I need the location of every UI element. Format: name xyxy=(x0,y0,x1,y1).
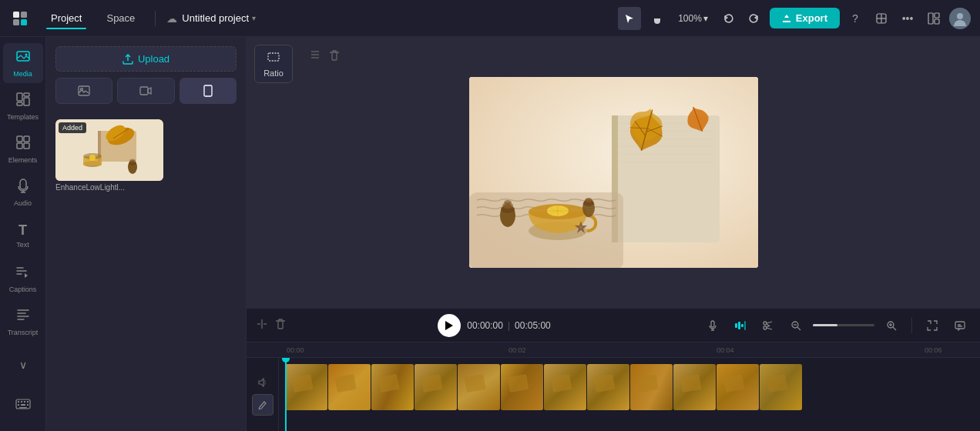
svg-rect-92 xyxy=(744,321,746,330)
sidebar-item-audio[interactable]: Audio xyxy=(3,172,43,212)
track-edit-button[interactable] xyxy=(252,394,274,416)
clip-frame-5[interactable] xyxy=(458,364,500,410)
topbar: Project Space ☁ Untitled project ▾ 100% … xyxy=(0,0,980,37)
media-icon xyxy=(15,48,31,68)
keyboard-icon xyxy=(15,397,31,413)
svg-rect-27 xyxy=(18,404,19,406)
svg-point-85 xyxy=(579,226,582,229)
elements-icon xyxy=(15,135,31,154)
clip-frame-2[interactable] xyxy=(328,364,371,410)
delete-timeline-icon[interactable] xyxy=(274,318,287,332)
ruler-mark-3: 00:06 xyxy=(925,346,942,354)
timeline-playhead[interactable] xyxy=(285,358,287,431)
clip-frame-10[interactable] xyxy=(673,364,716,410)
svg-point-80 xyxy=(504,200,512,205)
sidebar-item-captions[interactable]: Captions xyxy=(3,259,43,299)
sidebar-item-media[interactable]: Media xyxy=(3,43,43,83)
ruler-mark-0: 00:00 xyxy=(287,346,304,354)
svg-point-45 xyxy=(89,155,96,161)
video-clip-strip xyxy=(285,364,802,410)
media-type-video-btn[interactable] xyxy=(117,78,174,104)
user-avatar[interactable] xyxy=(949,8,971,29)
video-preview xyxy=(469,77,758,268)
svg-rect-19 xyxy=(24,136,29,142)
project-dropdown-chevron[interactable]: ▾ xyxy=(252,14,256,22)
sidebar-item-elements[interactable]: Elements xyxy=(3,129,43,169)
zoom-control[interactable]: 100% ▾ xyxy=(673,10,713,27)
zoom-slider[interactable] xyxy=(813,324,874,326)
svg-point-11 xyxy=(957,13,963,19)
media-type-portrait-btn[interactable] xyxy=(180,78,237,104)
more-options-button[interactable]: ••• xyxy=(897,8,918,29)
svg-rect-3 xyxy=(21,19,27,25)
svg-rect-17 xyxy=(17,102,22,105)
upload-button[interactable]: Upload xyxy=(55,46,237,72)
sidebar-item-transcript[interactable]: Transcript xyxy=(3,302,43,342)
effects-button[interactable] xyxy=(730,315,751,336)
sidebar-keyboard-button[interactable] xyxy=(3,385,43,425)
topbar-controls: 100% ▾ Export ? xyxy=(618,7,971,30)
svg-rect-25 xyxy=(24,401,25,403)
delete-button[interactable] xyxy=(328,49,341,64)
tab-project[interactable]: Project xyxy=(40,8,92,28)
timeline-clips xyxy=(279,358,980,431)
media-type-image-btn[interactable] xyxy=(55,78,112,104)
svg-line-95 xyxy=(767,322,772,323)
ruler-mark-1: 00:02 xyxy=(508,346,526,354)
svg-rect-23 xyxy=(18,401,19,403)
panel-header: Upload xyxy=(46,37,246,113)
media-filename-0: EnhanceLowLightl... xyxy=(55,183,163,192)
track-volume-button[interactable] xyxy=(254,374,271,391)
export-button[interactable]: Export xyxy=(770,8,840,28)
time-display: 00:00:00 | 00:05:00 xyxy=(467,320,551,331)
play-button[interactable] xyxy=(438,314,461,337)
clip-frame-3[interactable] xyxy=(371,364,414,410)
layout-button[interactable] xyxy=(923,8,945,29)
align-button[interactable] xyxy=(308,48,322,65)
clip-frame-11[interactable] xyxy=(717,364,759,410)
caption-timeline-button[interactable] xyxy=(949,315,971,336)
undo-redo-controls xyxy=(717,7,765,30)
svg-line-105 xyxy=(893,327,896,330)
sidebar-item-text[interactable]: T Text xyxy=(3,216,43,256)
project-name[interactable]: Untitled project xyxy=(182,12,249,24)
left-panel: Upload xyxy=(46,37,247,431)
upload-label: Upload xyxy=(138,53,169,65)
svg-rect-30 xyxy=(19,407,27,409)
clip-frame-7[interactable] xyxy=(544,364,586,410)
ratio-button[interactable]: Ratio xyxy=(254,45,293,83)
sidebar-item-templates[interactable]: Templates xyxy=(3,86,43,126)
zoom-in-button[interactable] xyxy=(881,315,902,336)
transcript-label: Transcript xyxy=(8,329,39,336)
fullscreen-button[interactable] xyxy=(921,315,943,336)
ratio-label: Ratio xyxy=(263,68,284,78)
media-item-0[interactable]: Added EnhanceLowLightl... xyxy=(55,119,163,192)
brand-kit-button[interactable] xyxy=(871,8,892,29)
mic-button[interactable] xyxy=(702,315,723,336)
canvas-top-toolbar: Ratio xyxy=(254,45,293,83)
tab-space[interactable]: Space xyxy=(96,8,146,28)
clip-frame-1[interactable] xyxy=(285,364,327,410)
sidebar-collapse-button[interactable]: ∨ xyxy=(3,345,43,385)
clip-frame-12[interactable] xyxy=(760,364,802,410)
clip-frame-9[interactable] xyxy=(630,364,673,410)
time-separator: | xyxy=(508,320,510,331)
svg-rect-29 xyxy=(27,404,29,406)
cut-button[interactable] xyxy=(757,315,779,336)
clip-frame-6[interactable] xyxy=(501,364,543,410)
clip-frame-8[interactable] xyxy=(587,364,629,410)
media-label: Media xyxy=(13,70,32,78)
help-button[interactable]: ? xyxy=(844,8,866,29)
zoom-value: 100% xyxy=(678,13,702,24)
hand-tool-button[interactable] xyxy=(646,7,669,30)
app-logo[interactable] xyxy=(9,8,31,29)
pointer-tool-button[interactable] xyxy=(618,7,641,30)
svg-rect-26 xyxy=(27,401,29,403)
sidebar-bottom: ∨ xyxy=(3,345,43,425)
redo-button[interactable] xyxy=(742,7,765,30)
clip-frame-4[interactable] xyxy=(414,364,457,410)
undo-button[interactable] xyxy=(717,7,740,30)
templates-icon xyxy=(15,92,31,111)
ruler-mark-2: 00:04 xyxy=(717,346,734,354)
zoom-out-button[interactable] xyxy=(785,315,807,336)
